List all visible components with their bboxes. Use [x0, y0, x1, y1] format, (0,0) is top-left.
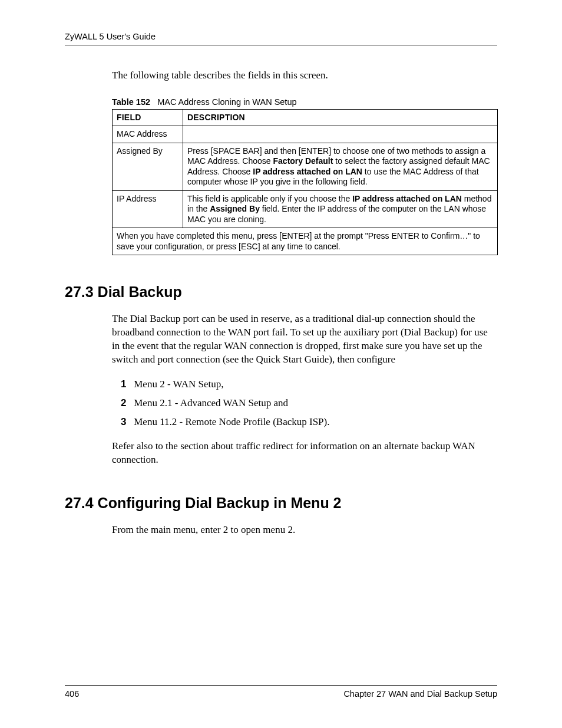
mac-cloning-table: FIELD DESCRIPTION MAC Address Assigned B… — [112, 109, 498, 256]
section-27-3-para2: Refer also to the section about traffic … — [112, 440, 497, 467]
intro-paragraph: The following table describes the fields… — [112, 69, 497, 83]
table-caption: Table 152 MAC Address Cloning in WAN Set… — [112, 97, 497, 107]
table-row: MAC Address — [113, 126, 498, 143]
table-row: IP Address This field is applicable only… — [113, 190, 498, 228]
table-footer-cell: When you have completed this menu, press… — [113, 228, 498, 255]
list-item: 1 Menu 2 - WAN Setup, — [121, 377, 497, 391]
section-27-3-para: The Dial Backup port can be used in rese… — [112, 312, 497, 367]
cell-field: MAC Address — [113, 126, 183, 143]
table-header-row: FIELD DESCRIPTION — [113, 109, 498, 126]
section-heading-27-3: 27.3 Dial Backup — [65, 284, 497, 301]
cell-desc — [183, 126, 498, 143]
table-number: Table 152 — [112, 97, 150, 107]
table-title: MAC Address Cloning in WAN Setup — [157, 97, 296, 107]
cell-field: Assigned By — [113, 143, 183, 190]
table-footer-row: When you have completed this menu, press… — [113, 228, 498, 255]
cell-desc: This field is applicable only if you cho… — [183, 190, 498, 228]
col-description: DESCRIPTION — [183, 109, 498, 126]
list-item: 2 Menu 2.1 - Advanced WAN Setup and — [121, 396, 497, 410]
running-header: ZyWALL 5 User's Guide — [65, 32, 497, 45]
chapter-label: Chapter 27 WAN and Dial Backup Setup — [343, 689, 497, 699]
table-row: Assigned By Press [SPACE BAR] and then [… — [113, 143, 498, 190]
section-27-4-para: From the main menu, enter 2 to open menu… — [112, 523, 497, 537]
cell-field: IP Address — [113, 190, 183, 228]
page-number: 406 — [65, 689, 79, 699]
list-item: 3 Menu 11.2 - Remote Node Profile (Backu… — [121, 415, 497, 429]
section-heading-27-4: 27.4 Configuring Dial Backup in Menu 2 — [65, 495, 497, 512]
cell-desc: Press [SPACE BAR] and then [ENTER] to ch… — [183, 143, 498, 190]
page-footer: 406 Chapter 27 WAN and Dial Backup Setup — [65, 685, 497, 699]
col-field: FIELD — [113, 109, 183, 126]
steps-list: 1 Menu 2 - WAN Setup, 2 Menu 2.1 - Advan… — [121, 377, 497, 429]
